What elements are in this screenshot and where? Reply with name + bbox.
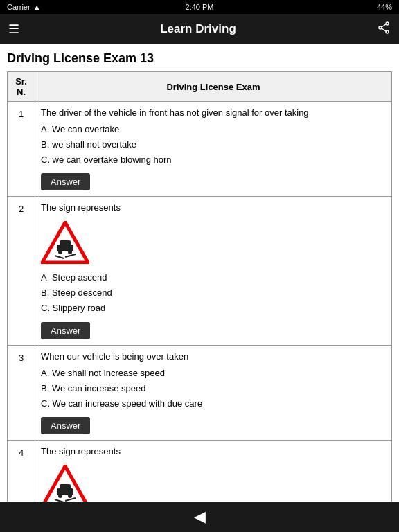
nav-bar: ☰ Learn Driving — [0, 14, 399, 44]
svg-point-0 — [386, 22, 389, 25]
option-item: A. We can overtake — [41, 122, 386, 137]
status-bar: Carrier ▲ 2:40 PM 44% — [0, 0, 399, 14]
options-list: A. Steep ascendB. Steep descendC. Slippe… — [41, 270, 386, 316]
svg-line-4 — [382, 28, 386, 31]
header-exam: Driving License Exam — [35, 72, 392, 102]
table-row: 3When our vehicle is being over takenA. … — [8, 345, 392, 440]
road-sign — [41, 465, 89, 502]
svg-point-8 — [58, 250, 62, 254]
table-row: 4The sign represents A. Steep — [8, 440, 392, 502]
share-icon[interactable] — [377, 21, 391, 38]
sr-number: 2 — [8, 197, 35, 345]
svg-point-9 — [68, 250, 72, 254]
question-text: The driver of the vehicle in front has n… — [41, 107, 386, 118]
svg-point-16 — [68, 494, 72, 498]
header-srno: Sr. N. — [8, 72, 35, 102]
question-cell: The sign represents A. Steep — [35, 440, 392, 502]
menu-icon[interactable]: ☰ — [8, 21, 19, 37]
page-title: Driving License Exam 13 — [7, 51, 392, 66]
question-cell: When our vehicle is being over takenA. W… — [35, 345, 392, 440]
answer-button[interactable]: Answer — [41, 417, 90, 434]
option-item: B. We can increase speed — [41, 381, 386, 396]
question-text: The sign represents — [41, 202, 386, 213]
svg-point-15 — [58, 494, 62, 498]
question-cell: The driver of the vehicle in front has n… — [35, 102, 392, 197]
signal-icon: ▲ — [33, 3, 41, 11]
answer-button[interactable]: Answer — [41, 322, 90, 339]
battery-label: 44% — [377, 3, 392, 11]
option-item: B. Steep descend — [41, 285, 386, 301]
option-item: C. We can increase speed with due care — [41, 396, 386, 411]
sr-number: 1 — [8, 102, 35, 197]
table-row: 1The driver of the vehicle in front has … — [8, 102, 392, 197]
road-sign — [41, 221, 89, 266]
nav-title: Learn Driving — [160, 22, 236, 36]
option-item: C. we can overtake blowing horn — [41, 152, 386, 168]
svg-line-3 — [382, 24, 386, 27]
exam-table: Sr. N. Driving License Exam 1The driver … — [7, 71, 392, 502]
option-item: C. Slippery road — [41, 301, 386, 316]
svg-point-1 — [386, 30, 389, 33]
svg-marker-12 — [42, 466, 88, 502]
svg-point-2 — [379, 26, 382, 29]
question-cell: The sign represents A. Steep — [35, 197, 392, 345]
question-text: When our vehicle is being over taken — [41, 351, 386, 362]
options-list: A. We can overtakeB. we shall not overta… — [41, 122, 386, 168]
options-list: A. We shall not increase speedB. We can … — [41, 366, 386, 411]
svg-rect-14 — [60, 484, 71, 490]
option-item: A. We shall not increase speed — [41, 366, 386, 381]
carrier-label: Carrier — [7, 3, 30, 11]
time-label: 2:40 PM — [186, 3, 214, 11]
content-area: Driving License Exam 13 Sr. N. Driving L… — [0, 44, 399, 502]
table-row: 2The sign represents A. Steep — [8, 197, 392, 345]
answer-button[interactable]: Answer — [41, 173, 90, 190]
back-arrow-icon[interactable]: ◀ — [194, 508, 206, 526]
sr-number: 4 — [8, 440, 35, 502]
sr-number: 3 — [8, 345, 35, 440]
question-text: The sign represents — [41, 446, 386, 456]
option-item: A. Steep ascend — [41, 270, 386, 285]
svg-rect-7 — [60, 240, 71, 246]
option-item: B. we shall not overtake — [41, 137, 386, 152]
bottom-bar: ◀ — [0, 502, 399, 532]
